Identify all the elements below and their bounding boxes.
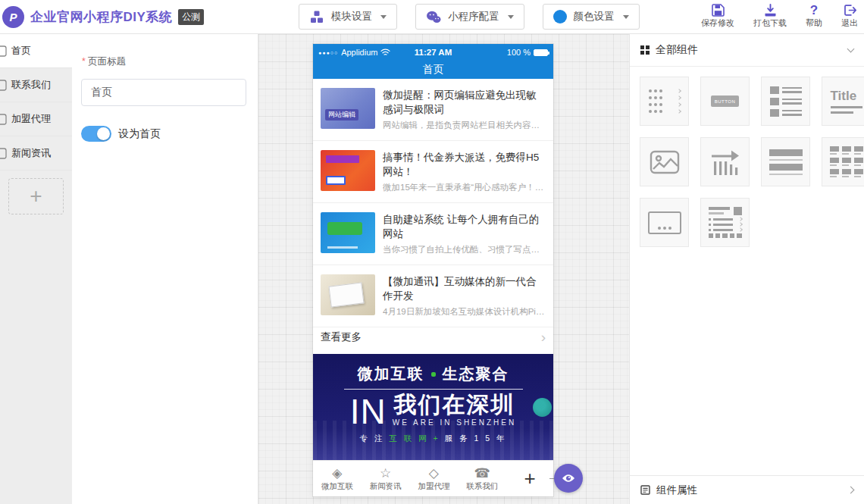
bars-arrow-icon [710, 149, 740, 175]
add-page-button[interactable]: + [8, 178, 64, 214]
component-tile-title[interactable]: Title [822, 77, 864, 126]
help-button[interactable]: ? 帮助 [806, 3, 822, 29]
app-window: P 企业官网小程序DIY系统 公测 模块设置 小程序配置 颜色设置 [0, 0, 864, 504]
sidebar-item-news[interactable]: 新闻资讯 [0, 136, 72, 171]
news-item[interactable]: 自助建站系统 让每个人拥有自己的网站 当你习惯了自拍上传优酷、习惯了写点小... [313, 203, 553, 265]
add-tab-button[interactable]: + [506, 461, 553, 496]
news-desc: 当你习惯了自拍上传优酷、习惯了写点小... [383, 244, 546, 255]
phone-status-bar: ●●●○○ Applidium 11:27 AM 100 % [313, 44, 553, 61]
top-header: P 企业官网小程序DIY系统 公测 模块设置 小程序配置 颜色设置 [0, 0, 864, 34]
banner-title-left: 微加互联 [358, 364, 424, 384]
diamond-icon: ◈ [332, 466, 342, 481]
news-thumbnail [321, 274, 375, 315]
sidebar-item-label: 联系我们 [11, 78, 51, 92]
help-icon: ? [810, 3, 818, 17]
components-header-label: 全部组件 [656, 43, 698, 57]
save-button[interactable]: 保存修改 [701, 3, 734, 29]
caret-down-icon [623, 15, 629, 19]
exit-label: 退出 [841, 17, 858, 29]
page-settings-panel: *页面标题 设为首页 [72, 34, 258, 504]
caret-down-icon [508, 15, 514, 19]
news-list-component[interactable]: 网站编辑 微加提醒：网页编辑应避免出现敏感词与极限词 网站编辑，是指负责网站栏目… [313, 79, 553, 347]
thumbnail-art [326, 155, 359, 163]
component-properties-bar[interactable]: 组件属性 [630, 475, 864, 504]
grid-icon [640, 45, 650, 55]
phone-nav-bar: 首页 [313, 61, 553, 79]
color-settings-label: 颜色设置 [574, 10, 615, 23]
news-item[interactable]: 【微加通讯】互动媒体的新一代合作开发 4月19日新加坡知名互动媒体设计机构Pin… [313, 265, 553, 327]
component-tile-carousel[interactable] [640, 198, 689, 247]
components-header: 全部组件 [630, 34, 864, 67]
sidebar-item-label: 新闻资讯 [11, 146, 51, 160]
brand: P 企业官网小程序DIY系统 公测 [5, 0, 204, 34]
chevron-right-icon [677, 95, 681, 100]
news-desc: 微加15年来一直秉承着“用心感动客户！”的... [383, 182, 546, 193]
tab-home[interactable]: ◈ 微加互联 [313, 461, 362, 496]
title-shape: Title [831, 89, 857, 103]
star-icon: ☆ [380, 466, 391, 481]
set-homepage-toggle[interactable] [81, 126, 111, 142]
tab-news[interactable]: ☆ 新闻资讯 [362, 461, 410, 496]
news-item[interactable]: 网站编辑 微加提醒：网页编辑应避免出现敏感词与极限词 网站编辑，是指负责网站栏目… [313, 79, 553, 141]
wechat-icon [426, 11, 441, 23]
color-settings-button[interactable]: 颜色设置 [543, 4, 640, 30]
thumbnail-caption: 网站编辑 [325, 109, 358, 121]
exit-button[interactable]: 退出 [841, 3, 858, 29]
phone-tab-bar: ◈ 微加互联 ☆ 新闻资讯 ◇ 加盟代理 ☎ 联系我们 + [313, 460, 553, 496]
component-tile-image-text-list[interactable] [761, 77, 810, 126]
beta-badge: 公测 [178, 9, 204, 25]
save-icon [712, 3, 725, 17]
news-title: 微加提醒：网页编辑应避免出现敏感词与极限词 [383, 88, 546, 117]
banner-title-right: 生态聚合 [443, 364, 509, 384]
battery-percent: 100 % [507, 48, 531, 57]
preview-eye-button[interactable] [554, 464, 583, 493]
sidebar-item-agency[interactable]: 加盟代理 [0, 102, 72, 136]
properties-label: 组件属性 [656, 484, 697, 497]
blue-circle-icon [553, 10, 567, 23]
phone-preview: ●●●○○ Applidium 11:27 AM 100 % 首页 网站编辑 [313, 44, 553, 496]
diamond-outline-icon: ◇ [429, 466, 439, 481]
cubes-icon [309, 11, 324, 23]
sidebar-item-label: 首页 [11, 44, 31, 58]
eye-icon [562, 474, 575, 483]
banner-in-text: IN [350, 396, 387, 427]
component-tile-button[interactable]: BUTTON [700, 77, 750, 126]
thumbnail-art [327, 222, 362, 235]
toggle-knob [97, 127, 110, 140]
download-button[interactable]: 打包下载 [753, 3, 787, 29]
phone-icon: ☎ [474, 466, 490, 481]
view-more-row[interactable]: 查看更多 › [313, 327, 553, 347]
chevron-down-icon[interactable] [847, 45, 855, 53]
app-title: 企业官网小程序DIY系统 [30, 8, 172, 26]
component-tile-paragraph[interactable] [761, 137, 810, 186]
set-homepage-row: 设为首页 [81, 126, 258, 142]
save-label: 保存修改 [701, 17, 734, 29]
component-tile-image[interactable] [640, 137, 689, 186]
banner-tagline: 专 注 互 联 网 + 服 务 1 5 年 [313, 434, 553, 444]
component-tile-icon-grid[interactable] [822, 137, 864, 186]
tab-agency[interactable]: ◇ 加盟代理 [410, 461, 459, 496]
chevron-right-icon: › [541, 330, 546, 345]
page-title-input[interactable] [81, 79, 246, 106]
page-icon [0, 45, 7, 57]
page-title-label: *页面标题 [82, 55, 258, 68]
component-tile-article-list[interactable] [700, 198, 750, 247]
chevron-right-icon [677, 89, 681, 93]
tab-label: 联系我们 [466, 481, 498, 492]
module-settings-button[interactable]: 模块设置 [299, 4, 397, 30]
chevron-right-icon[interactable] [847, 487, 855, 494]
component-tile-trend[interactable] [700, 137, 750, 186]
news-item[interactable]: 搞事情！代金券大派送，免费得H5网站！ 微加15年来一直秉承着“用心感动客户！”… [313, 141, 553, 203]
module-settings-label: 模块设置 [331, 10, 372, 23]
view-more-label: 查看更多 [321, 330, 362, 344]
banner-divider [344, 389, 523, 390]
sidebar-item-contact[interactable]: 联系我们 [0, 68, 72, 102]
banner-component[interactable]: 微加互联 生态聚合 IN 我们在深圳 WE ARE IN SHENZHEN 专 … [313, 354, 553, 460]
component-tile-list-menu[interactable] [640, 77, 689, 126]
miniprogram-config-button[interactable]: 小程序配置 [415, 4, 524, 30]
tab-contact[interactable]: ☎ 联系我们 [458, 461, 506, 496]
news-thumbnail [321, 212, 375, 253]
sidebar-item-home[interactable]: 首页 [0, 34, 72, 68]
carousel-shape [648, 211, 681, 234]
properties-icon [640, 485, 650, 495]
